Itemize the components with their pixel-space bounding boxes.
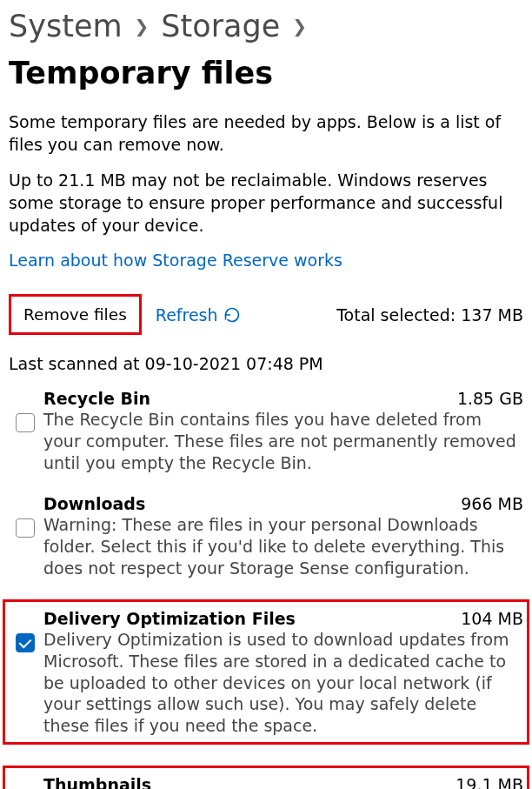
item-content: Delivery Optimization Files104 MBDeliver… <box>43 609 523 736</box>
refresh-button[interactable]: Refresh <box>156 305 241 324</box>
item-size: 1.85 GB <box>457 389 523 408</box>
item-size: 104 MB <box>461 609 523 628</box>
item-content: Thumbnails19.1 MBWindows keeps a copy of… <box>43 775 523 789</box>
remove-button-highlight: Remove files <box>9 294 142 335</box>
breadcrumb-current: Temporary files <box>9 56 273 90</box>
total-selected-value: 137 MB <box>461 305 523 324</box>
list-item: Delivery Optimization Files104 MBDeliver… <box>3 599 529 744</box>
item-header: Delivery Optimization Files104 MB <box>43 609 523 628</box>
last-scanned-text: Last scanned at 09-10-2021 07:48 PM <box>9 354 523 373</box>
items-list: Recycle Bin1.85 GBThe Recycle Bin contai… <box>9 389 523 789</box>
refresh-label: Refresh <box>156 305 218 324</box>
checkbox-column <box>9 389 35 432</box>
refresh-icon <box>223 306 241 324</box>
intro-text-1: Some temporary files are needed by apps.… <box>9 111 523 156</box>
item-description: Warning: These are files in your persona… <box>43 514 523 578</box>
item-header: Downloads966 MB <box>43 494 523 513</box>
list-item: Recycle Bin1.85 GBThe Recycle Bin contai… <box>9 389 523 473</box>
list-item: Downloads966 MBWarning: These are files … <box>9 494 523 578</box>
item-title: Thumbnails <box>43 775 151 789</box>
list-item: Thumbnails19.1 MBWindows keeps a copy of… <box>3 766 529 789</box>
checkbox-column <box>9 609 35 652</box>
chevron-right-icon: ❯ <box>135 16 150 37</box>
item-header: Thumbnails19.1 MB <box>43 775 523 789</box>
item-title: Downloads <box>43 494 145 513</box>
item-description: The Recycle Bin contains files you have … <box>43 409 523 473</box>
breadcrumb: System ❯ Storage ❯ Temporary files <box>9 9 523 90</box>
item-content: Downloads966 MBWarning: These are files … <box>43 494 523 578</box>
item-description: Delivery Optimization is used to downloa… <box>43 629 523 736</box>
item-size: 966 MB <box>461 494 523 513</box>
item-checkbox[interactable] <box>16 518 35 538</box>
item-checkbox[interactable] <box>16 413 35 432</box>
item-content: Recycle Bin1.85 GBThe Recycle Bin contai… <box>43 389 523 473</box>
total-selected-label: Total selected: <box>336 305 456 324</box>
checkbox-column <box>9 494 35 538</box>
storage-reserve-link[interactable]: Learn about how Storage Reserve works <box>9 251 342 270</box>
total-selected: Total selected: 137 MB <box>336 305 523 324</box>
chevron-right-icon: ❯ <box>292 16 307 37</box>
item-size: 19.1 MB <box>456 775 523 789</box>
intro-text-2: Up to 21.1 MB may not be reclaimable. Wi… <box>9 170 523 237</box>
checkbox-column <box>9 775 35 789</box>
item-title: Recycle Bin <box>43 389 150 408</box>
action-row: Remove files Refresh Total selected: 137… <box>9 294 523 335</box>
item-checkbox[interactable] <box>16 633 35 652</box>
remove-files-button[interactable]: Remove files <box>13 298 137 331</box>
breadcrumb-storage[interactable]: Storage <box>161 9 280 43</box>
item-title: Delivery Optimization Files <box>43 609 296 628</box>
item-header: Recycle Bin1.85 GB <box>43 389 523 408</box>
breadcrumb-system[interactable]: System <box>9 9 123 43</box>
